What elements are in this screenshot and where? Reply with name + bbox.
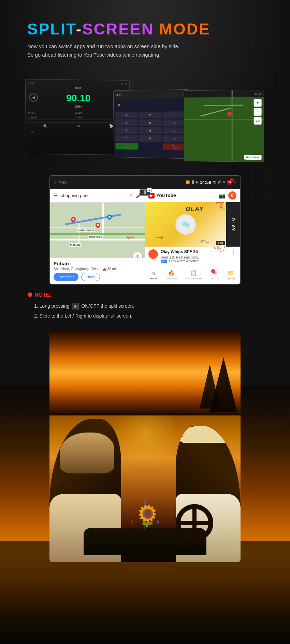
radio-time: 11:16 <box>120 83 127 86</box>
yt-nav-home[interactable]: ⌂ Home <box>149 270 157 280</box>
radio-frequency: 90.10 <box>41 92 115 104</box>
swipe-arrows: ← → <box>124 230 166 244</box>
channel-icon <box>148 249 158 259</box>
youtube-logo-text: YouTube <box>156 193 176 198</box>
split-handle[interactable]: 2 <box>140 189 150 196</box>
arrow-left-icon: ← <box>124 230 136 244</box>
note-title: ✽ NOTE: <box>27 291 263 299</box>
home-icon: ⌂ <box>54 179 56 185</box>
yt-nav-subscriptions[interactable]: 📋 Subscriptions <box>186 270 202 280</box>
subtitle-line1: Now you can switch apps and run two apps… <box>27 43 179 49</box>
map-screen-mockup: 11:16 + − 2D проспект <box>184 90 264 162</box>
search-text: shopping park <box>61 193 126 198</box>
handle-bar-2 <box>145 190 146 194</box>
handle-badge: 2 <box>147 188 152 192</box>
channel-name: Olay North America <box>169 259 199 263</box>
youtube-nav-bar: ⌂ Home 🔥 Trending 📋 Subscriptions ✉ Inbo… <box>145 266 240 284</box>
share-button[interactable]: Share <box>81 273 100 281</box>
split-icon-inline: ⊟ <box>72 303 79 310</box>
arrow-right-icon: → <box>154 230 166 244</box>
handle-bar-1 <box>144 190 145 194</box>
maps-search-bar: ☰ shopping park ✕ 🎤 <box>50 189 145 203</box>
library-icon: 📁 <box>228 270 234 276</box>
place-sub: Shenzhen, Guangdong, China · 🚗 30 min <box>54 267 142 271</box>
inbox-badge: 2 <box>211 269 215 273</box>
car-section: ← → 🌻 NY· <box>0 330 290 576</box>
tagline-overlay: whi... <box>201 239 209 243</box>
yt-nav-library-label: Library <box>227 277 235 280</box>
title-split: SPLIT <box>27 20 76 38</box>
split-demo-section: ⌂ Maps 📶 🔋 ▶ 14:58 📷 🔊 ✕ ⊟ 1 ↩ <box>27 175 263 284</box>
phone-screen-mockup: ◀ ✕ ⋮ ✕ 123 456 789 *0# 📞 <box>113 89 188 159</box>
yt-nav-home-label: Home <box>149 277 157 280</box>
clear-icon[interactable]: ✕ <box>129 193 133 198</box>
split-screen-wrapper: ⌂ Maps 📶 🔋 ▶ 14:58 📷 🔊 ✕ ⊟ 1 ↩ <box>49 175 241 284</box>
map-info-box: Futian Shenzhen, Guangdong, China · 🚗 30… <box>50 258 145 284</box>
map-time: 11:16 <box>255 92 262 95</box>
note-item-2: 2. Slide to the Left/ Right to display f… <box>34 312 263 320</box>
video-sub1: Real test. Real reactions. <box>161 255 199 259</box>
finger-cursor-1: ☞ <box>215 196 230 215</box>
page-title: SPLIT-SCREEN MODE <box>27 20 263 38</box>
radio-unit: MHz <box>41 105 115 109</box>
title-dash: - <box>76 20 82 38</box>
split-badge: 1 <box>230 178 234 182</box>
radio-mode: FM2 <box>41 86 115 90</box>
map-label-2: Parknshop <box>88 235 103 239</box>
brand-name: OLAY <box>231 218 235 231</box>
note-section: ✽ NOTE: 1. Long pressing ⊟ ON/OFF the sp… <box>0 291 290 320</box>
note-asterisk: ✽ <box>27 291 32 299</box>
yt-nav-library[interactable]: 📁 Library <box>227 270 235 280</box>
title-section: SPLIT-SCREEN MODE Now you can switch app… <box>27 20 263 59</box>
navigation-arrows: ← → <box>94 514 196 528</box>
yt-nav-trending-label: Trending <box>166 277 176 280</box>
yt-nav-inbox-label: Inbox <box>211 277 218 280</box>
more-icon[interactable]: ⋮ <box>231 249 236 256</box>
map-action-buttons: Directions Share <box>54 273 142 281</box>
home-nav-icon: ⌂ <box>151 270 155 276</box>
map-label-futian: FUTIAN <box>69 243 81 247</box>
title-screen: SCREEN <box>82 20 154 38</box>
youtube-logo: ▶ YouTube <box>148 193 176 199</box>
car-display: ← → 🌻 NY· <box>49 330 241 562</box>
ad-label: Ad <box>161 260 167 263</box>
left-nav-arrow: ← <box>128 514 142 528</box>
main-content: SPLIT-SCREEN MODE Now you can switch app… <box>0 0 290 284</box>
map-label-1: PARKnSHOP <box>77 229 95 232</box>
yt-nav-subs-label: Subscriptions <box>186 277 202 280</box>
note-item-1: 1. Long pressing ⊟ ON/OFF the split scre… <box>34 302 263 310</box>
product-image: 🫧 <box>175 214 196 235</box>
car-interior: ← → 🌻 <box>49 398 241 562</box>
brand-text-overlay: OLAY <box>186 206 204 213</box>
note-label: NOTE: <box>34 292 52 298</box>
directions-button[interactable]: Directions <box>54 273 78 281</box>
top-bar-time: 14:58 <box>200 180 211 185</box>
status-bar: ⌂ Maps 📶 🔋 ▶ 14:58 📷 🔊 ✕ ⊟ 1 ↩ <box>50 176 240 189</box>
right-nav-arrow: → <box>148 514 162 528</box>
place-name: Futian <box>54 261 142 266</box>
split-screen-button[interactable]: ⊟ 1 <box>227 180 232 185</box>
subtitle-line2: So go ahead listening to You Tube videos… <box>27 52 160 58</box>
demo-screens-section: Radio 11:16 ◀ FM2 90.10 MHz ▶ 87.5090.10… <box>27 73 263 162</box>
watermark: NY· <box>228 441 234 451</box>
yt-nav-inbox[interactable]: ✉ Inbox 2 <box>211 270 218 280</box>
status-icons: 📶 🔋 ▶ 14:58 📷 🔊 ✕ ⊟ 1 ↩ <box>186 180 236 185</box>
trending-icon: 🔥 <box>168 270 175 276</box>
title-mode: MODE <box>159 20 211 38</box>
subtitle: Now you can switch apps and run two apps… <box>27 42 263 59</box>
subscriptions-icon: 📋 <box>190 270 197 276</box>
yt-nav-trending[interactable]: 🔥 Trending <box>166 270 176 280</box>
hamburger-icon[interactable]: ☰ <box>54 193 58 198</box>
